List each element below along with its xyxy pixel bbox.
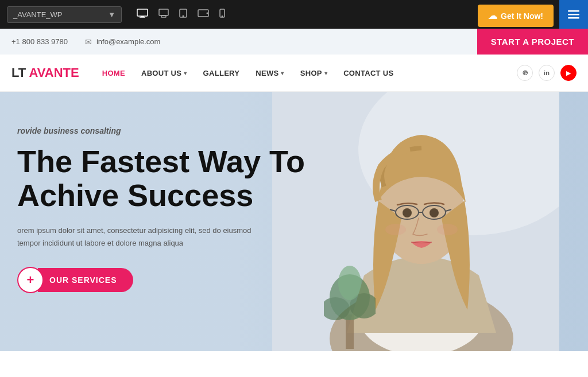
youtube-icon[interactable]: ▶: [560, 65, 577, 81]
hero-section: rovide business consalting The Fastest W…: [0, 92, 588, 351]
pinterest-icon[interactable]: ℗: [517, 65, 533, 81]
email-address: info@example.com: [96, 37, 160, 46]
toolbar: _AVANTE_WP ▼ ☁ Get It Now!: [0, 0, 588, 29]
phone-number: +1 800 833 9780: [11, 37, 68, 46]
get-it-now-label: Get It Now!: [501, 11, 543, 21]
tablet-landscape-icon[interactable]: [195, 7, 211, 22]
nav-gallery[interactable]: GALLERY: [203, 69, 240, 77]
svg-rect-4: [161, 15, 166, 17]
hero-subtitle: rovide business consalting: [17, 126, 305, 135]
nav-about[interactable]: ABOUT US ▾: [141, 69, 187, 77]
brand-avante: AVANTE: [29, 65, 79, 80]
get-it-now-button[interactable]: ☁ Get It Now!: [478, 5, 554, 27]
email-icon: ✉: [85, 37, 92, 46]
monitor-icon[interactable]: [156, 6, 171, 22]
about-dropdown-icon: ▾: [184, 70, 187, 76]
news-dropdown-icon: ▾: [281, 70, 284, 76]
svg-point-10: [222, 16, 222, 17]
nav-contact-label: CONTACT US: [343, 69, 393, 77]
svg-point-27: [385, 224, 406, 235]
svg-point-33: [338, 266, 361, 300]
extra-toolbar-button[interactable]: [559, 0, 588, 29]
email-container: ✉ info@example.com: [85, 37, 160, 46]
hero-plant: [324, 257, 376, 351]
shop-dropdown-icon: ▾: [324, 70, 327, 76]
nav-links: HOME ABOUT US ▾ GALLERY NEWS ▾ SHOP ▾ CO…: [102, 69, 517, 77]
dropdown-arrow-icon: ▼: [108, 10, 115, 19]
svg-point-26: [430, 208, 439, 217]
nav-news[interactable]: NEWS ▾: [256, 69, 284, 77]
nav-news-label: NEWS: [256, 69, 278, 77]
svg-rect-11: [568, 10, 579, 12]
hero-content: rovide business consalting The Fastest W…: [0, 126, 322, 293]
cloud-icon: ☁: [488, 10, 497, 21]
cta-plus-button[interactable]: +: [17, 267, 44, 293]
svg-rect-3: [159, 9, 168, 15]
info-bar: +1 800 833 9780 ✉ info@example.com START…: [0, 29, 588, 55]
brand-logo[interactable]: LT AVANTE: [11, 65, 79, 80]
hero-cta: + OUR SERVICES: [17, 267, 305, 293]
hero-title-line1: The Fastest Way To: [17, 144, 305, 178]
hero-title-line2: Achive Success: [17, 178, 253, 212]
nav-home[interactable]: HOME: [102, 69, 125, 77]
device-switcher: [134, 6, 227, 22]
nav-contact[interactable]: CONTACT US: [343, 69, 393, 77]
svg-rect-12: [568, 14, 579, 15]
theme-dropdown[interactable]: _AVANTE_WP ▼: [7, 6, 122, 23]
svg-point-8: [207, 13, 208, 14]
navbar: LT AVANTE HOME ABOUT US ▾ GALLERY NEWS ▾…: [0, 55, 588, 92]
svg-rect-13: [568, 17, 579, 19]
our-services-label: OUR SERVICES: [49, 275, 117, 285]
hero-description: orem ipsum dolor sit amet, consectetur a…: [17, 224, 270, 250]
our-services-button[interactable]: OUR SERVICES: [38, 268, 133, 292]
tablet-icon[interactable]: [177, 6, 189, 22]
social-links: ℗ in ▶: [517, 65, 577, 81]
linkedin-icon[interactable]: in: [539, 65, 555, 81]
desktop-icon[interactable]: [134, 6, 150, 22]
theme-dropdown-label: _AVANTE_WP: [13, 10, 62, 19]
nav-home-label: HOME: [102, 69, 125, 77]
svg-point-6: [183, 15, 184, 17]
svg-point-25: [403, 208, 412, 217]
hero-title: The Fastest Way To Achive Success: [17, 145, 305, 213]
start-project-label: START A PROJECT: [491, 37, 574, 46]
nav-shop[interactable]: SHOP ▾: [300, 69, 327, 77]
mobile-icon[interactable]: [217, 6, 227, 22]
svg-point-28: [437, 224, 458, 235]
svg-rect-0: [137, 9, 148, 16]
start-project-button[interactable]: START A PROJECT: [477, 29, 588, 55]
nav-about-label: ABOUT US: [141, 69, 181, 77]
nav-shop-label: SHOP: [300, 69, 322, 77]
brand-lt: LT: [11, 65, 26, 80]
nav-gallery-label: GALLERY: [203, 69, 240, 77]
